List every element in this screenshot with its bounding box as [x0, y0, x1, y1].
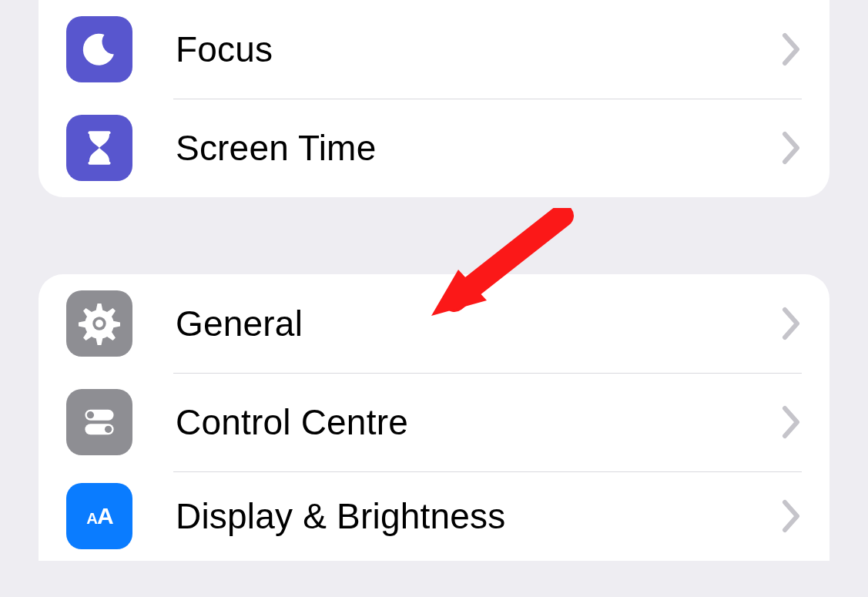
settings-row-label: General [176, 303, 782, 344]
svg-point-9 [105, 426, 112, 433]
svg-point-7 [87, 411, 94, 418]
chevron-right-icon [782, 307, 802, 340]
hourglass-icon [66, 115, 132, 181]
settings-row-focus[interactable]: Focus [39, 0, 829, 99]
settings-group: Focus Screen Time [39, 0, 829, 197]
gear-icon [66, 290, 132, 357]
settings-row-screentime[interactable]: Screen Time [39, 99, 829, 197]
svg-point-5 [96, 320, 103, 327]
svg-rect-1 [88, 162, 110, 165]
toggles-icon [66, 389, 132, 455]
settings-row-label: Focus [176, 29, 782, 70]
settings-row-displaybrightness[interactable]: A A Display & Brightness [39, 471, 829, 561]
chevron-right-icon [782, 131, 802, 165]
settings-row-label: Screen Time [176, 127, 782, 169]
svg-text:A: A [97, 503, 114, 528]
chevron-right-icon [782, 405, 802, 439]
settings-row-general[interactable]: General [39, 274, 829, 373]
chevron-right-icon [782, 32, 802, 66]
chevron-right-icon [782, 499, 802, 533]
text-size-icon: A A [66, 483, 132, 549]
svg-text:A: A [86, 510, 98, 527]
svg-rect-0 [88, 131, 110, 134]
settings-row-controlcentre[interactable]: Control Centre [39, 373, 829, 471]
moon-icon [66, 16, 132, 82]
settings-row-label: Display & Brightness [176, 495, 782, 537]
settings-group: General Control Centre A A Display & Bri… [39, 274, 829, 561]
settings-row-label: Control Centre [176, 401, 782, 443]
